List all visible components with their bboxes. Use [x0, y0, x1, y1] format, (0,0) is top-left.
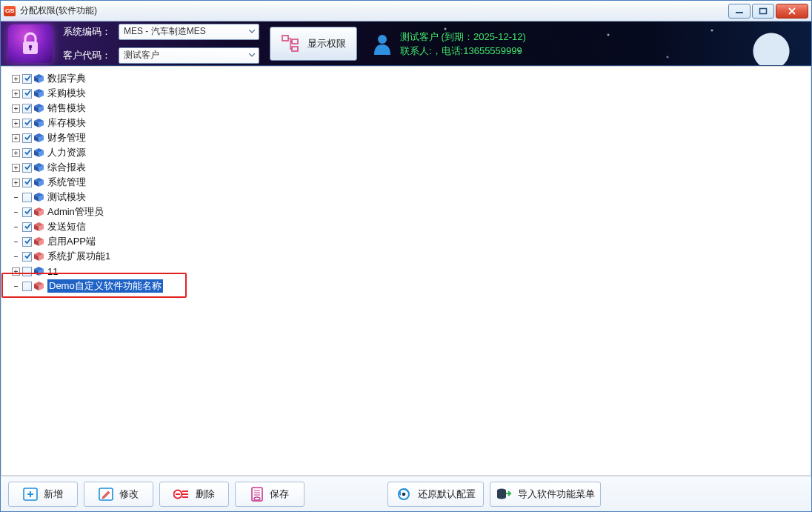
cust-code-combo[interactable] [119, 47, 259, 64]
customer-info-line2: 联系人:，电话:13655559999 [400, 44, 526, 58]
chevron-down-icon[interactable] [245, 24, 259, 39]
close-button[interactable] [776, 4, 808, 19]
checkbox[interactable] [22, 267, 32, 276]
tree-node-label: 人力资源 [47, 146, 86, 159]
expand-toggle[interactable] [12, 164, 20, 172]
checkbox[interactable] [22, 193, 32, 202]
expand-toggle[interactable] [12, 149, 20, 157]
tree-node-label: 发送短信 [47, 220, 86, 233]
checkbox[interactable] [22, 89, 32, 99]
checkbox[interactable] [22, 207, 32, 217]
checkbox[interactable] [22, 252, 32, 262]
svg-rect-7 [292, 39, 298, 44]
expand-toggle [12, 282, 20, 290]
lock-icon [8, 24, 53, 63]
tree-node-label: 综合报表 [47, 161, 86, 174]
expand-toggle[interactable] [12, 179, 20, 187]
show-permission-button[interactable]: 显示权限 [270, 27, 357, 61]
expand-toggle [12, 253, 20, 261]
svg-point-15 [254, 497, 260, 500]
expand-toggle[interactable] [12, 104, 20, 113]
svg-rect-0 [736, 12, 743, 13]
checkbox[interactable] [22, 148, 32, 158]
checkbox[interactable] [22, 133, 32, 143]
restore-icon [396, 487, 412, 502]
hierarchy-icon [281, 34, 300, 53]
header-band: 系统编码： 客户代码： 显示权限 测试客户 (到期：2025-12-12) 联系… [1, 21, 811, 66]
edit-button[interactable]: 修改 [84, 482, 153, 507]
tree-node[interactable]: 发送短信 [12, 219, 811, 234]
cust-code-input[interactable] [119, 47, 259, 64]
cust-code-label: 客户代码： [63, 49, 111, 62]
svg-rect-8 [292, 47, 298, 51]
footer-toolbar: 新增 修改 删除 保存 还原默认配置 导入软件功能菜单 [1, 476, 811, 511]
tree-node[interactable]: 采购模块 [12, 86, 811, 101]
sys-code-label: 系统编码： [63, 25, 111, 39]
tree-node[interactable]: Admin管理员 [12, 205, 811, 219]
tree-node-label: 销售模块 [47, 102, 86, 115]
checkbox[interactable] [22, 222, 32, 232]
save-icon [250, 487, 264, 502]
titlebar: C/S 分配权限(软件功能) [1, 1, 811, 21]
save-button[interactable]: 保存 [235, 482, 304, 507]
show-permission-label: 显示权限 [307, 37, 346, 50]
tree-node[interactable]: 系统扩展功能1 [12, 249, 811, 264]
tree-node-label: 测试模块 [47, 190, 86, 204]
tree-node-label: Demo自定义软件功能名称 [47, 279, 163, 293]
tree-node[interactable]: 财务管理 [12, 130, 811, 145]
expand-toggle [12, 208, 20, 216]
checkbox[interactable] [22, 282, 32, 291]
tree-node[interactable]: 人力资源 [12, 145, 811, 160]
checkbox[interactable] [22, 119, 32, 128]
customer-info: 测试客户 (到期：2025-12-12) 联系人:，电话:13655559999 [372, 30, 526, 58]
svg-rect-13 [176, 493, 180, 495]
import-menu-button[interactable]: 导入软件功能菜单 [490, 482, 601, 507]
tree-node-label: Admin管理员 [47, 205, 104, 219]
tree-node[interactable]: 数据字典 [12, 71, 811, 86]
expand-toggle [12, 223, 20, 231]
restore-default-button[interactable]: 还原默认配置 [387, 482, 484, 507]
tree-node-label: 财务管理 [47, 131, 86, 144]
app-icon: C/S [4, 6, 16, 16]
sys-code-input[interactable] [119, 24, 259, 40]
tree-node[interactable]: Demo自定义软件功能名称 [12, 279, 811, 293]
delete-button[interactable]: 删除 [159, 482, 229, 507]
tree-node-label: 11 [47, 266, 58, 277]
checkbox[interactable] [22, 237, 32, 247]
permission-tree[interactable]: 数据字典采购模块销售模块库存模块财务管理人力资源综合报表系统管理测试模块Admi… [1, 66, 811, 476]
edit-icon [99, 488, 113, 501]
checkbox[interactable] [22, 163, 32, 173]
expand-toggle[interactable] [12, 90, 20, 98]
svg-rect-5 [30, 47, 31, 50]
sys-code-combo[interactable] [119, 24, 259, 40]
chevron-down-icon[interactable] [245, 48, 259, 63]
tree-node[interactable]: 综合报表 [12, 160, 811, 175]
expand-toggle [12, 193, 20, 202]
maximize-button[interactable] [752, 4, 774, 19]
expand-toggle[interactable] [12, 267, 20, 276]
tree-node[interactable]: 库存模块 [12, 116, 811, 130]
expand-toggle[interactable] [12, 75, 20, 83]
tree-node[interactable]: 销售模块 [12, 101, 811, 116]
tree-node-label: 库存模块 [47, 116, 86, 130]
customer-info-line1: 测试客户 (到期：2025-12-12) [400, 30, 526, 44]
expand-toggle[interactable] [12, 134, 20, 142]
checkbox[interactable] [22, 104, 32, 113]
tree-node[interactable]: 11 [12, 264, 811, 279]
svg-rect-14 [252, 488, 262, 501]
window-root: C/S 分配权限(软件功能) 系统编码： 客户代码： 显示权限 [0, 0, 812, 512]
checkbox[interactable] [22, 178, 32, 187]
window-title: 分配权限(软件功能) [20, 4, 728, 17]
minimize-button[interactable] [728, 4, 751, 19]
svg-point-17 [402, 492, 406, 496]
expand-toggle[interactable] [12, 119, 20, 127]
add-icon [23, 488, 38, 501]
expand-toggle [12, 238, 20, 246]
import-icon [496, 487, 512, 502]
tree-node[interactable]: 启用APP端 [12, 234, 811, 249]
checkbox[interactable] [22, 74, 32, 84]
add-button[interactable]: 新增 [8, 482, 78, 507]
tree-node[interactable]: 测试模块 [12, 190, 811, 205]
tree-node[interactable]: 系统管理 [12, 175, 811, 190]
delete-icon [173, 488, 190, 501]
